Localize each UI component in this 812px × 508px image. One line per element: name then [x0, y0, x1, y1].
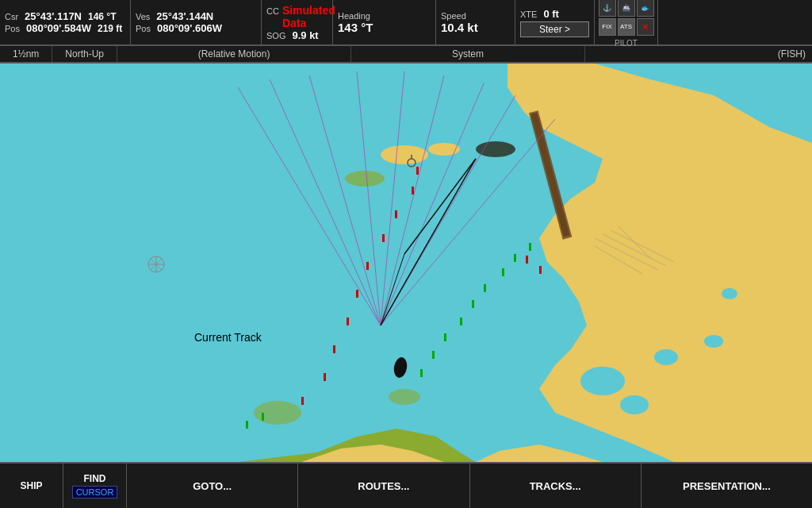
routes-label: ROUTES... — [358, 480, 409, 492]
motion-item: (Relative Motion) — [117, 46, 351, 62]
cc-label: CC — [266, 6, 279, 16]
simulated-data-label: Simulated Data — [282, 4, 335, 29]
svg-rect-52 — [420, 369, 423, 377]
cc-section: CC Simulated Data SOG 9.9 kt — [262, 0, 333, 44]
find-label: FIND — [84, 473, 106, 484]
range-value: 1½nm — [13, 48, 39, 60]
svg-rect-62 — [333, 345, 335, 353]
heading-value: 143 °T — [338, 21, 431, 34]
motion-value: (Relative Motion) — [198, 48, 270, 60]
find-cursor-group[interactable]: FIND CURSOR — [63, 464, 127, 508]
svg-point-16 — [654, 349, 678, 365]
svg-point-14 — [580, 367, 625, 395]
svg-rect-51 — [432, 351, 435, 359]
bottom-bar: SHIP FIND CURSOR GOTO... ROUTES... TRACK… — [0, 462, 812, 508]
xte-value: 0 ft — [543, 8, 559, 20]
chart-svg: Current Track — [0, 64, 812, 462]
svg-rect-45 — [514, 254, 516, 262]
heading-label: Heading — [338, 11, 431, 21]
orientation-item: North-Up — [52, 46, 117, 62]
icons-panel: ⚓ 🚢 🐟 FIX ATS ✕ PILOT — [595, 0, 658, 44]
chart-area[interactable]: Current Track — [0, 64, 812, 462]
svg-rect-61 — [347, 318, 349, 325]
svg-rect-60 — [356, 290, 358, 298]
sog-value: 9.9 kt — [292, 29, 318, 41]
system-item: System — [351, 46, 585, 62]
ship-group[interactable]: SHIP — [0, 464, 63, 508]
csr-lon: 080°09'.584W — [26, 22, 91, 34]
cursor-button[interactable]: CURSOR — [72, 486, 118, 498]
svg-rect-58 — [382, 234, 385, 242]
system-value: System — [452, 48, 484, 60]
csr-label: Csr — [5, 12, 18, 21]
csr-lat: 25°43'.117N — [25, 10, 82, 22]
ship-label: SHIP — [20, 480, 42, 491]
routes-button[interactable]: ROUTES... — [298, 464, 469, 508]
svg-rect-53 — [246, 421, 248, 429]
svg-point-18 — [722, 288, 737, 299]
orientation-value: North-Up — [65, 48, 104, 60]
status-bar: Csr 25°43'.117N 146 °T Pos 080°09'.584W … — [0, 0, 812, 46]
svg-rect-56 — [412, 187, 414, 194]
icon-close[interactable]: ✕ — [637, 18, 654, 36]
xte-section: XTE 0 ft Steer > — [515, 0, 595, 44]
csr-bearing: 146 °T — [88, 11, 116, 22]
icon-boat[interactable]: 🚢 — [618, 0, 635, 17]
ves-lat: 25°43'.144N — [156, 10, 213, 22]
svg-rect-54 — [262, 413, 264, 421]
svg-rect-57 — [395, 210, 397, 218]
svg-point-13 — [389, 389, 420, 405]
svg-rect-49 — [460, 318, 462, 325]
svg-point-15 — [620, 395, 649, 414]
svg-rect-47 — [484, 284, 486, 292]
icon-anchor[interactable]: ⚓ — [599, 0, 616, 17]
svg-rect-66 — [526, 256, 528, 264]
speed-section: Speed 10.4 kt — [436, 0, 515, 44]
csr-section: Csr 25°43'.117N 146 °T Pos 080°09'.584W … — [0, 0, 131, 44]
svg-point-3 — [381, 145, 428, 164]
svg-point-17 — [704, 335, 723, 348]
icon-fix[interactable]: FIX — [599, 18, 616, 36]
svg-rect-50 — [444, 333, 446, 341]
ves-lon: 080°09'.606W — [157, 22, 222, 34]
svg-rect-67 — [539, 266, 542, 274]
sog-label: SOG — [266, 31, 285, 40]
function-icons: ⚓ 🚢 🐟 FIX ATS ✕ — [597, 0, 656, 37]
svg-point-4 — [428, 143, 460, 156]
presentation-button[interactable]: PRESENTATION... — [642, 464, 812, 508]
goto-button[interactable]: GOTO... — [127, 464, 298, 508]
mode-value: (FISH) — [778, 48, 806, 60]
tracks-button[interactable]: TRACKS... — [470, 464, 642, 508]
presentation-label: PRESENTATION... — [683, 480, 771, 492]
svg-rect-44 — [529, 243, 531, 251]
ves-label: Ves — [136, 12, 150, 21]
info-bar: 1½nm North-Up (Relative Motion) System (… — [0, 46, 812, 64]
svg-rect-64 — [301, 397, 304, 405]
tracks-label: TRACKS... — [530, 480, 581, 492]
speed-value: 10.4 kt — [441, 21, 510, 34]
svg-rect-48 — [472, 300, 474, 308]
svg-point-5 — [476, 141, 515, 157]
mode-item: (FISH) — [585, 46, 812, 62]
svg-point-11 — [345, 171, 385, 187]
icon-fish[interactable]: 🐟 — [637, 0, 654, 17]
ves-pos-label: Pos — [136, 24, 151, 33]
svg-rect-59 — [366, 262, 369, 270]
speed-label: Speed — [441, 11, 510, 21]
svg-rect-63 — [324, 373, 326, 381]
ves-section: Ves 25°43'.144N Pos 080°09'.606W — [131, 0, 262, 44]
range-item: 1½nm — [0, 46, 52, 62]
steer-button[interactable]: Steer > — [520, 21, 589, 37]
svg-rect-55 — [416, 167, 419, 175]
current-track-label: Current Track — [194, 331, 262, 344]
icon-ats[interactable]: ATS — [618, 18, 635, 36]
csr-dist: 219 ft — [98, 23, 122, 34]
goto-label: GOTO... — [193, 480, 232, 492]
svg-rect-46 — [502, 268, 504, 276]
xte-label: XTE — [520, 10, 537, 19]
svg-point-12 — [254, 401, 301, 425]
csr-pos-label: Pos — [5, 24, 20, 33]
heading-section: Heading 143 °T — [333, 0, 436, 44]
